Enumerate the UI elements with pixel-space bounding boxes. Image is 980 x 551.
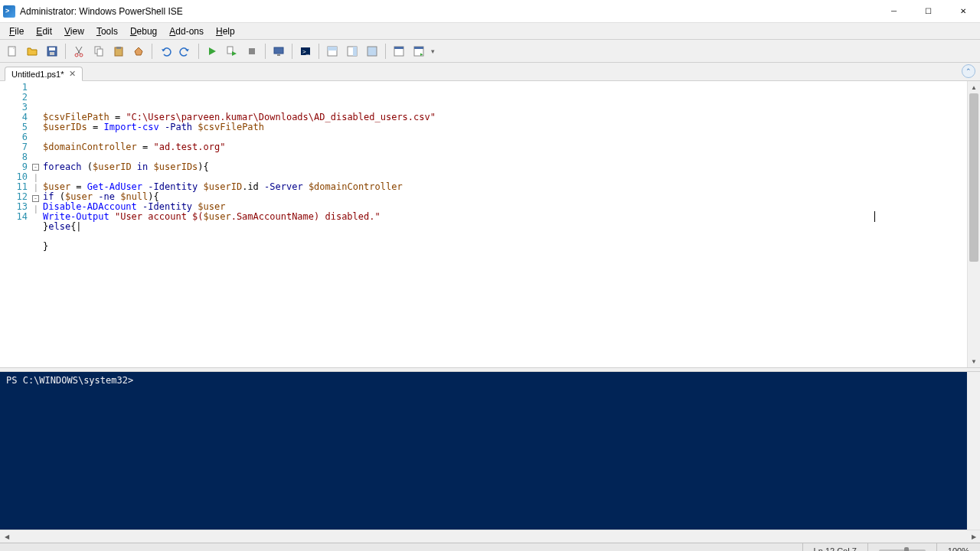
save-button[interactable] xyxy=(43,42,61,60)
scroll-thumb[interactable] xyxy=(969,93,978,262)
svg-rect-7 xyxy=(97,49,103,56)
status-zoom: 100% xyxy=(936,543,980,551)
tabstrip: Untitled1.ps1* ✕ ⌃ xyxy=(0,63,980,81)
window-controls: ─ ☐ ✕ xyxy=(877,0,980,22)
menu-file[interactable]: File xyxy=(3,24,30,38)
tab-untitled1[interactable]: Untitled1.ps1* ✕ xyxy=(5,67,83,81)
zoom-slider-thumb[interactable] xyxy=(904,547,909,552)
menu-tools[interactable]: Tools xyxy=(90,24,124,38)
fold-gutter[interactable]: -││-│ xyxy=(32,81,40,367)
svg-rect-24 xyxy=(414,47,423,49)
maximize-button[interactable]: ☐ xyxy=(911,0,946,22)
open-button[interactable] xyxy=(23,42,41,60)
undo-button[interactable] xyxy=(156,42,175,60)
menu-help[interactable]: Help xyxy=(210,24,241,38)
copy-button[interactable] xyxy=(90,42,108,60)
menu-addons[interactable]: Add-ons xyxy=(163,24,210,38)
status-cursor-position: Ln 12 Col 7 xyxy=(802,543,867,551)
show-script-right-button[interactable] xyxy=(343,42,361,60)
svg-rect-17 xyxy=(328,47,337,51)
menu-debug[interactable]: Debug xyxy=(124,24,163,38)
run-selection-button[interactable] xyxy=(223,42,241,60)
stop-button[interactable] xyxy=(243,42,261,60)
show-script-max-button[interactable] xyxy=(363,42,381,60)
menu-edit[interactable]: Edit xyxy=(30,24,58,38)
console-pane[interactable]: PS C:\WINDOWS\system32> xyxy=(0,372,980,530)
show-command-window-button[interactable] xyxy=(390,42,408,60)
menu-view[interactable]: View xyxy=(58,24,90,38)
svg-rect-20 xyxy=(368,47,377,56)
svg-point-4 xyxy=(75,54,78,57)
run-script-button[interactable] xyxy=(203,42,221,60)
svg-text:▸: ▸ xyxy=(420,51,423,57)
clear-button[interactable] xyxy=(129,42,148,60)
script-editor[interactable]: 1234567891011121314 -││-│ $csvFilePath =… xyxy=(0,81,980,367)
svg-rect-11 xyxy=(249,48,255,54)
menu-file-label: ile xyxy=(15,26,24,37)
svg-text:>_: >_ xyxy=(302,48,310,55)
start-powershell-button[interactable]: >_ xyxy=(296,42,315,60)
text-cursor xyxy=(874,211,875,222)
code-area[interactable]: $csvFilePath = "C:\Users\parveen.kumar\D… xyxy=(40,81,967,367)
close-button[interactable]: ✕ xyxy=(946,0,980,22)
statusbar: Ln 12 Col 7 100% xyxy=(0,543,980,551)
collapse-script-pane-button[interactable]: ⌃ xyxy=(962,64,975,78)
new-remote-tab-button[interactable] xyxy=(270,42,288,60)
svg-rect-19 xyxy=(353,47,357,56)
console-vertical-scrollbar[interactable] xyxy=(967,372,980,530)
hscroll-left-arrow[interactable]: ◀ xyxy=(0,530,13,543)
app-icon xyxy=(3,5,15,18)
tab-close-button[interactable]: ✕ xyxy=(69,69,76,79)
scroll-down-arrow[interactable]: ▼ xyxy=(968,355,980,367)
scroll-up-arrow[interactable]: ▲ xyxy=(968,81,980,93)
editor-vertical-scrollbar[interactable]: ▲ ▼ xyxy=(967,81,980,367)
minimize-button[interactable]: ─ xyxy=(877,0,911,22)
svg-rect-13 xyxy=(277,54,280,56)
redo-button[interactable] xyxy=(176,42,194,60)
tab-label: Untitled1.ps1* xyxy=(11,70,64,79)
titlebar: Administrator: Windows PowerShell ISE ─ … xyxy=(0,0,980,23)
toolbar-overflow-icon[interactable]: ▾ xyxy=(431,47,435,55)
svg-rect-9 xyxy=(116,47,121,49)
svg-rect-10 xyxy=(227,47,233,54)
window-title: Administrator: Windows PowerShell ISE xyxy=(20,6,877,17)
toolbar: >_ ▸ ▾ xyxy=(0,40,980,63)
console-prompt: PS C:\WINDOWS\system32> xyxy=(6,375,133,386)
show-command-addon-button[interactable]: ▸ xyxy=(410,42,428,60)
status-slider-area[interactable] xyxy=(867,543,936,551)
line-number-gutter: 1234567891011121314 xyxy=(0,81,32,367)
svg-rect-3 xyxy=(50,52,54,55)
hscroll-right-arrow[interactable]: ▶ xyxy=(967,530,980,543)
show-script-top-button[interactable] xyxy=(323,42,341,60)
svg-rect-22 xyxy=(394,47,403,49)
console-horizontal-scrollbar[interactable]: ◀ ▶ xyxy=(0,530,980,543)
paste-button[interactable] xyxy=(109,42,128,60)
new-button[interactable] xyxy=(3,42,21,60)
menubar: File Edit View Tools Debug Add-ons Help xyxy=(0,23,980,40)
svg-rect-2 xyxy=(49,47,55,51)
cut-button[interactable] xyxy=(70,42,88,60)
svg-rect-12 xyxy=(274,47,283,54)
svg-point-5 xyxy=(80,54,83,57)
